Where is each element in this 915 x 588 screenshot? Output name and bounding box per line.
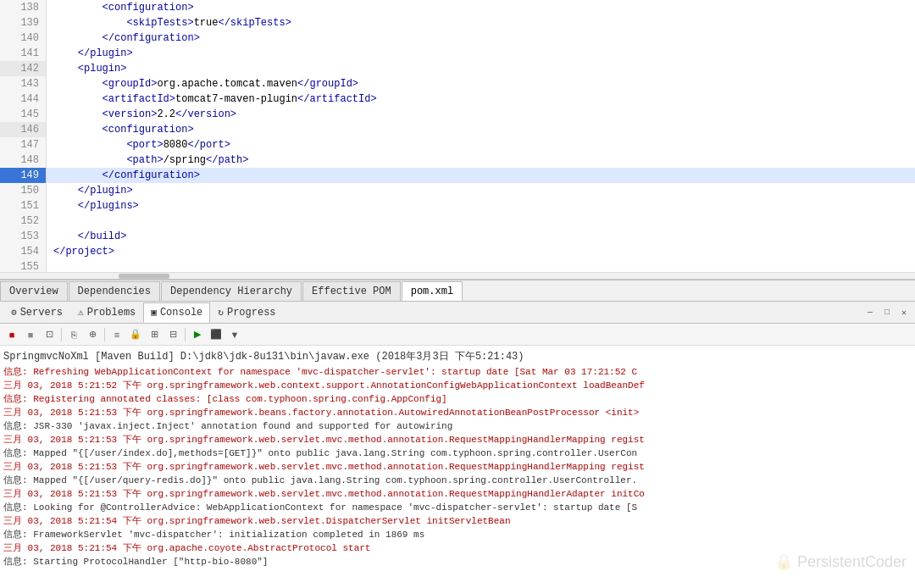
code-line-142: <plugin> (47, 61, 915, 76)
line-number-153: 153 (0, 229, 46, 244)
line-number-154: 154 (0, 244, 46, 259)
panel-tab-problems[interactable]: ⚠Problems (70, 302, 143, 323)
grid-btn[interactable]: ⊟ (164, 326, 181, 343)
console-line: 信息: Mapped "{[/user/index.do],methods=[G… (3, 447, 912, 460)
console-line: 信息: Refreshing WebApplicationContext for… (3, 365, 912, 379)
editor-area: 1381391401411421431441451461471481491501… (0, 0, 915, 280)
code-line-149: </configuration> (47, 168, 915, 183)
console-line: 信息: JSR-330 'javax.inject.Inject' annota… (3, 419, 912, 433)
line-number-146: 146 (0, 122, 46, 137)
console-line: 信息: Looking for @ControllerAdvice: WebAp… (3, 501, 912, 514)
wrap-btn[interactable]: ≡ (108, 326, 125, 343)
console-line: 三月 03, 2018 5:21:54 下午 org.springframewo… (3, 514, 912, 528)
console-area: SpringmvcNoXml [Maven Build] D:\jdk8\jdk… (0, 346, 915, 588)
code-line-151: </plugins> (47, 198, 915, 214)
code-lines: <configuration> <skipTests>true</skipTes… (47, 0, 915, 272)
code-line-153: </build> (47, 229, 915, 244)
pom-tab-dependencies[interactable]: Dependencies (69, 281, 160, 301)
line-number-140: 140 (0, 31, 46, 46)
code-line-138: <configuration> (47, 0, 915, 15)
scrollbar-thumb[interactable] (119, 274, 169, 279)
stop-gray-btn[interactable]: ■ (22, 326, 39, 343)
line-numbers: 1381391401411421431441451461471481491501… (0, 0, 47, 272)
line-number-147: 147 (0, 137, 46, 153)
run-green-btn[interactable]: ▶ (189, 326, 206, 343)
panel-tab-servers[interactable]: ⚙Servers (3, 302, 70, 323)
line-number-155: 155 (0, 259, 46, 272)
pom-tab-pom-xml[interactable]: pom.xml (402, 281, 463, 301)
code-line-147: <port>8080</port> (47, 137, 915, 153)
horizontal-scrollbar[interactable] (0, 272, 915, 279)
panel-tabs-right: —□✕ (862, 305, 912, 320)
stack-btn[interactable]: ⊞ (146, 326, 163, 343)
panel-tabs: ⚙Servers⚠Problems▣Console↻Progress—□✕ (0, 302, 915, 324)
dropdown-btn[interactable]: ▼ (226, 326, 243, 343)
skip-btn[interactable]: ⊡ (41, 326, 58, 343)
stop-red-btn[interactable]: ■ (3, 326, 20, 343)
code-line-152 (47, 214, 915, 229)
pom-tab-dep-hierarchy[interactable]: Dependency Hierarchy (161, 281, 302, 301)
console-line: 三月 03, 2018 5:21:53 下午 org.springframewo… (3, 433, 912, 447)
pom-tabs: OverviewDependenciesDependency Hierarchy… (0, 280, 915, 302)
close-panel-btn[interactable]: ✕ (896, 305, 912, 320)
console-line: 信息: FrameworkServlet 'mvc-dispatcher': i… (3, 528, 912, 541)
console-tab-icon: ▣ (151, 307, 157, 318)
line-number-138: 138 (0, 0, 46, 15)
bottom-panel: ⚙Servers⚠Problems▣Console↻Progress—□✕ ■■… (0, 302, 915, 588)
code-line-148: <path>/spring</path> (47, 153, 915, 168)
minimize-btn[interactable]: — (862, 305, 878, 320)
console-lines: 信息: Refreshing WebApplicationContext for… (3, 365, 912, 569)
console-line: 三月 03, 2018 5:21:53 下午 org.springframewo… (3, 487, 912, 501)
console-line: 三月 03, 2018 5:21:54 下午 org.apache.coyote… (3, 541, 912, 555)
console-line: 三月 03, 2018 5:21:53 下午 org.springframewo… (3, 460, 912, 474)
pin-btn[interactable]: ⊕ (84, 326, 101, 343)
progress-tab-label: Progress (227, 307, 276, 319)
code-line-144: <artifactId>tomcat7-maven-plugin</artifa… (47, 92, 915, 107)
line-number-148: 148 (0, 153, 46, 168)
code-line-139: <skipTests>true</skipTests> (47, 15, 915, 31)
progress-tab-icon: ↻ (218, 307, 224, 318)
servers-tab-label: Servers (20, 307, 63, 319)
code-line-154: </project> (47, 244, 915, 259)
problems-tab-icon: ⚠ (78, 307, 84, 318)
panel-tab-console[interactable]: ▣Console (143, 302, 210, 323)
pom-tab-overview[interactable]: Overview (0, 281, 68, 301)
toolbar-separator (185, 328, 186, 341)
code-line-145: <version>2.2</version> (47, 107, 915, 122)
line-number-150: 150 (0, 183, 46, 198)
copy-btn[interactable]: ⎘ (65, 326, 82, 343)
toolbar-separator (61, 328, 62, 341)
code-line-155 (47, 259, 915, 272)
console-line: 三月 03, 2018 5:21:53 下午 org.springframewo… (3, 406, 912, 419)
line-number-145: 145 (0, 107, 46, 122)
line-number-151: 151 (0, 198, 46, 214)
line-number-142: 142 (0, 61, 46, 76)
stop-btn[interactable]: ⬛ (208, 326, 225, 343)
code-line-143: <groupId>org.apache.tomcat.maven</groupI… (47, 76, 915, 92)
console-header: SpringmvcNoXml [Maven Build] D:\jdk8\jdk… (3, 347, 912, 365)
maximize-btn[interactable]: □ (879, 305, 895, 320)
line-number-139: 139 (0, 15, 46, 31)
code-line-141: </plugin> (47, 46, 915, 61)
pom-tab-effective-pom[interactable]: Effective POM (302, 281, 401, 301)
console-line: 三月 03, 2018 5:21:52 下午 org.springframewo… (3, 379, 912, 392)
problems-tab-label: Problems (87, 307, 136, 319)
console-line: 信息: Mapped "{[/user/query-redis.do]}" on… (3, 474, 912, 487)
lock-btn[interactable]: 🔒 (127, 326, 144, 343)
line-number-152: 152 (0, 214, 46, 229)
console-tab-label: Console (160, 307, 202, 319)
line-number-144: 144 (0, 92, 46, 107)
line-number-143: 143 (0, 76, 46, 92)
code-line-146: <configuration> (47, 122, 915, 137)
console-line: 信息: Registering annotated classes: [clas… (3, 392, 912, 406)
code-line-150: </plugin> (47, 183, 915, 198)
toolbar-separator (104, 328, 105, 341)
panel-tab-progress[interactable]: ↻Progress (210, 302, 283, 323)
code-line-140: </configuration> (47, 31, 915, 46)
servers-tab-icon: ⚙ (11, 307, 17, 318)
line-number-141: 141 (0, 46, 46, 61)
console-line: 信息: Starting ProtocolHandler ["http-bio-… (3, 555, 912, 569)
line-number-149: 149 (0, 168, 46, 183)
panel-toolbar: ■■⊡⎘⊕≡🔒⊞⊟▶⬛▼ (0, 324, 915, 346)
